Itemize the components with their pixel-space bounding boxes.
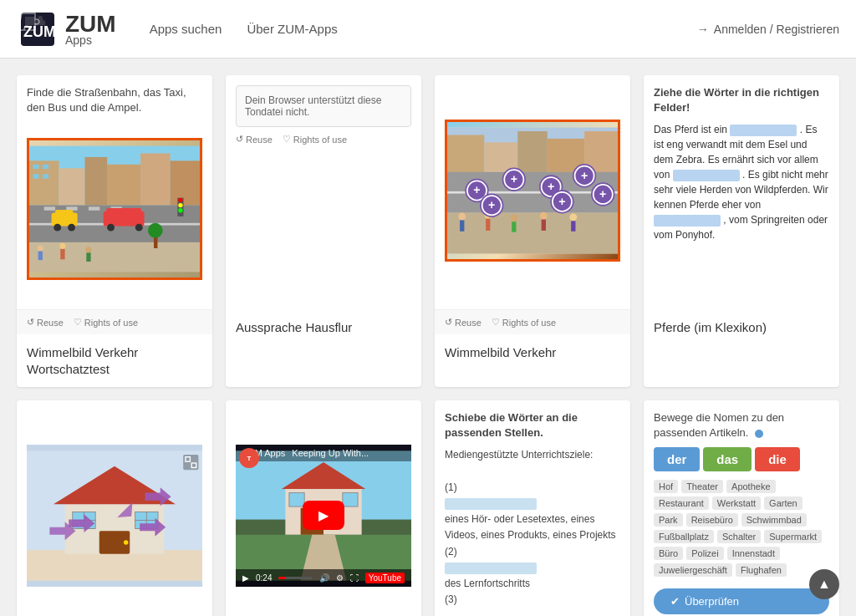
card-image-6: T ZUM Apps Keeping Up With... ▶ ▶ 0:24	[236, 410, 411, 616]
schiebe-subtitle: Mediengestützte Unterrichtsziele:	[445, 447, 620, 463]
svg-rect-51	[460, 220, 464, 231]
svg-rect-6	[107, 165, 140, 206]
svg-rect-5	[85, 157, 108, 206]
yt-controls: ▶ 0:24 🔊 ⚙ ⛶ YouTube	[236, 569, 411, 587]
svg-text:+: +	[558, 195, 565, 208]
check-button[interactable]: ✔ Überprüfen	[654, 588, 829, 614]
svg-point-32	[38, 246, 43, 252]
card-pferde: Ziehe die Wörter in die richtigen Felder…	[644, 75, 839, 387]
nav-search-link[interactable]: Apps suchen	[150, 22, 222, 36]
card-content-5	[17, 400, 212, 616]
svg-text:+: +	[511, 172, 517, 186]
tag-garten: Garten	[764, 496, 802, 510]
logo-apps-text: Apps	[65, 34, 116, 46]
house-image	[27, 445, 202, 587]
svg-rect-25	[106, 208, 141, 214]
card-content-7: Schiebe die Wörter an die passenden Stel…	[435, 400, 630, 616]
schiebe-blank-2	[445, 563, 537, 574]
reuse-icon-1: ↺	[27, 317, 34, 328]
svg-rect-8	[171, 161, 200, 206]
card-spacer-2	[236, 145, 411, 299]
nomen-title: Bewege die Nomen zu den passenden Artike…	[654, 410, 829, 440]
tag-schwimmbad: Schwimmbad	[741, 513, 807, 527]
artikel-die: die	[755, 447, 800, 471]
youtube-overlay: T ZUM Apps Keeping Up With... ▶ ▶ 0:24	[236, 445, 411, 587]
rights-icon-1: ♡	[74, 317, 82, 328]
svg-rect-48	[447, 213, 618, 254]
svg-rect-4	[59, 168, 84, 205]
yt-top-bar: T ZUM Apps Keeping Up With...	[236, 445, 411, 461]
card-label-2: Aussprache Hausflur	[226, 309, 421, 346]
yt-fullscreen-icon[interactable]: ⛶	[350, 573, 359, 583]
svg-point-54	[510, 214, 517, 221]
card-schiebe: Schiebe die Wörter an die passenden Stel…	[435, 400, 630, 616]
yt-progress-fill	[278, 577, 285, 579]
tag-hof: Hof	[654, 480, 678, 493]
scroll-top-button[interactable]: ▲	[809, 569, 839, 599]
tag-apotheke: Apotheke	[726, 480, 775, 493]
card-image-3: + + + + +	[445, 85, 620, 296]
svg-text:+: +	[599, 187, 606, 201]
yt-channel-badge: T	[239, 448, 259, 468]
yt-volume-icon[interactable]: 🔊	[319, 573, 329, 583]
svg-rect-11	[33, 175, 38, 179]
card-content-6: T ZUM Apps Keeping Up With... ▶ ▶ 0:24	[226, 400, 421, 616]
yt-video-title: Keeping Up With...	[292, 448, 369, 458]
svg-point-50	[458, 213, 466, 221]
footer-rights-3: ♡ Rights of use	[492, 317, 556, 328]
footer-reuse-3: ↺ Reuse	[445, 317, 482, 328]
card-content-2: Dein Browser unterstützt diese Tondatei …	[226, 75, 421, 309]
yt-play-icon[interactable]: ▶	[242, 573, 249, 583]
rights-icon-2: ♡	[283, 134, 291, 145]
footer-reuse-1: ↺ Reuse	[27, 317, 64, 328]
logo-link[interactable]: ZUM ZUM Apps	[17, 8, 116, 50]
pferde-blank-1	[730, 125, 797, 136]
card-label-3: Wimmelbild Verkehr	[435, 334, 630, 371]
tag-polizei: Polizei	[686, 547, 723, 560]
artikel-row: der das die	[654, 447, 829, 471]
puzzle-icon: ZUM	[17, 8, 59, 50]
svg-point-86	[124, 540, 128, 544]
svg-point-22	[54, 224, 61, 232]
card-content-1: Finde die Straßenbahn, das Taxi, den Bus…	[17, 75, 212, 309]
svg-rect-35	[60, 249, 64, 259]
svg-rect-16	[44, 207, 55, 211]
svg-rect-44	[517, 131, 547, 176]
artikel-der: der	[654, 447, 700, 471]
check-icon: ✔	[670, 595, 680, 608]
schiebe-item-5: (3)	[445, 593, 457, 605]
tag-reisebuero: Reisebüro	[686, 513, 738, 527]
card-image-5	[27, 410, 202, 616]
svg-rect-9	[33, 165, 38, 169]
svg-text:+: +	[473, 183, 480, 196]
card-intro-1: Finde die Straßenbahn, das Taxi, den Bus…	[27, 85, 202, 115]
tag-flughafen: Flughafen	[736, 563, 787, 577]
svg-point-29	[178, 198, 182, 202]
card-grid-row2: ↺ Reuse ♡ Rights of use	[17, 400, 839, 616]
svg-point-39	[148, 223, 163, 238]
reuse-icon-3: ↺	[445, 317, 452, 328]
svg-rect-53	[486, 219, 490, 231]
schiebe-item-1: (1)	[445, 481, 457, 493]
audio-footer-inner: ↺ Reuse ♡ Rights of use	[236, 134, 411, 145]
card-label-4: Pferde (im Klexikon)	[644, 309, 839, 346]
svg-rect-59	[571, 221, 575, 231]
tag-supermarkt: Supermarkt	[764, 530, 822, 543]
svg-rect-7	[140, 154, 170, 206]
svg-rect-42	[447, 135, 484, 176]
nav-about-link[interactable]: Über ZUM-Apps	[247, 22, 337, 36]
schiebe-title: Schiebe die Wörter an die passenden Stel…	[445, 410, 620, 440]
svg-point-27	[135, 224, 143, 232]
yt-settings-icon[interactable]: ⚙	[336, 573, 344, 583]
pferde-text-1: Das Pferd ist ein	[654, 124, 730, 135]
tag-juwelier: Juweliergeschäft	[654, 563, 732, 577]
svg-rect-37	[86, 253, 90, 262]
yt-play-button[interactable]: ▶	[303, 501, 344, 530]
artikel-das: das	[703, 447, 752, 471]
login-link[interactable]: Anmelden / Registrieren	[714, 23, 839, 36]
tag-theater: Theater	[681, 480, 723, 493]
reuse-icon-2: ↺	[236, 134, 243, 145]
pferde-title: Ziehe die Wörter in die richtigen Felder…	[654, 85, 829, 115]
svg-rect-33	[38, 252, 43, 261]
schiebe-text: Mediengestützte Unterrichtsziele: (1) ei…	[445, 447, 620, 608]
